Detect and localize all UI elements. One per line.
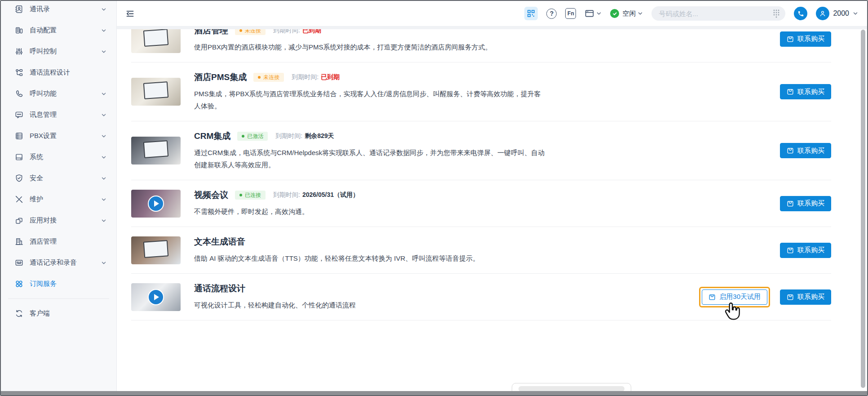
service-thumbnail xyxy=(131,78,181,106)
window-icon xyxy=(585,9,594,18)
thumbnail-laptop xyxy=(143,81,168,99)
sidebar-item-messaging[interactable]: 讯息管理 xyxy=(1,104,116,125)
subscription-grid-icon xyxy=(14,280,23,289)
search-input[interactable] xyxy=(659,10,773,18)
extension-label: 2000 xyxy=(833,9,849,18)
service-thumbnail xyxy=(131,29,181,53)
vertical-scrollbar[interactable] xyxy=(861,30,865,388)
system-icon xyxy=(14,153,23,162)
sidebar-item-label: 酒店管理 xyxy=(30,237,106,246)
window-bottom-edge xyxy=(1,391,867,395)
chevron-down-icon xyxy=(101,28,106,33)
service-thumbnail xyxy=(131,236,181,264)
service-description: 借助 AI 驱动的文本生成语音（TTS）功能，轻松将任意文本转换为 IVR、呼叫… xyxy=(194,252,545,264)
service-row-hotel-management: 酒店管理 未连接 到期时间:已到期 使用PBX内置的酒店模块功能，减少与PMS系… xyxy=(131,29,831,62)
sidebar-item-call-flow-design[interactable]: 通话流程设计 xyxy=(1,62,116,83)
service-row-text-to-speech: 文本生成语音 借助 AI 驱动的文本生成语音（TTS）功能，轻松将任意文本转换为… xyxy=(131,227,831,274)
service-thumbnail xyxy=(131,137,181,165)
chevron-down-icon xyxy=(101,176,106,181)
sidebar-item-client[interactable]: 客户端 xyxy=(1,303,116,324)
qr-code-icon[interactable] xyxy=(524,7,538,20)
user-menu[interactable]: 2000 xyxy=(816,7,858,20)
expiration-info: 到期时间:剩余829天 xyxy=(275,132,334,140)
status-badge: 已激活 xyxy=(237,132,268,141)
shopping-bag-icon xyxy=(787,36,794,43)
service-title: CRM集成 xyxy=(194,130,230,142)
play-icon[interactable] xyxy=(148,289,164,305)
sidebar-item-call-control[interactable]: 呼叫控制 xyxy=(1,41,116,62)
chevron-down-icon xyxy=(101,91,106,97)
app-integration-icon xyxy=(14,216,23,225)
chevron-down-icon xyxy=(101,112,106,118)
sidebar-item-label: 安全 xyxy=(30,174,101,182)
auto-provisioning-icon xyxy=(14,26,23,35)
chevron-down-icon xyxy=(101,218,106,223)
service-description: PMS集成，将PBX系统与酒店管理系统业务结合，实现客人入住/退房信息同步、叫醒… xyxy=(194,88,545,112)
service-row-call-flow-design: 通话流程设计 可视化设计工具，轻松构建自动化、个性化的通话流程 启用30天试用 xyxy=(131,274,831,320)
service-description: 通过CRM集成，电话系统与CRM/Helpdesk将实现联系人、通话记录数据同步… xyxy=(194,147,545,171)
service-video-thumbnail[interactable] xyxy=(131,190,181,218)
service-row-crm: CRM集成 已激活 到期时间:剩余829天 通过CRM集成，电话系统与CRM/H… xyxy=(131,121,831,180)
sidebar-item-pbx-settings[interactable]: PBX设置 xyxy=(1,125,116,147)
help-icon[interactable]: ? xyxy=(546,9,557,19)
sidebar-item-subscription-services[interactable]: 订阅服务 xyxy=(1,273,116,294)
dialpad-icon[interactable] xyxy=(773,9,780,18)
sidebar-item-maintenance[interactable]: 维护 xyxy=(1,189,116,210)
thumbnail-laptop xyxy=(143,140,168,158)
contact-purchase-button[interactable]: 联系购买 xyxy=(780,196,831,211)
contact-purchase-button[interactable]: 联系购买 xyxy=(780,84,831,99)
service-description: 可视化设计工具，轻松构建自动化、个性化的通话流程 xyxy=(194,299,545,311)
recording-icon xyxy=(14,258,23,267)
sidebar-item-contacts[interactable]: 通讯录 xyxy=(1,0,116,20)
shopping-bag-icon xyxy=(787,88,794,95)
call-flow-icon xyxy=(14,68,23,77)
chevron-down-icon xyxy=(101,7,106,12)
service-description: 不需额外硬件，即时发起，高效沟通。 xyxy=(194,205,545,218)
sidebar-item-label: 呼叫控制 xyxy=(30,47,101,56)
expiration-info: 到期时间:已到期 xyxy=(273,29,321,35)
contact-purchase-button[interactable]: 联系购买 xyxy=(780,289,831,305)
presence-available-icon xyxy=(610,9,619,18)
expiration-info: 到期时间:已到期 xyxy=(292,73,340,81)
shopping-bag-icon xyxy=(787,247,794,254)
sidebar-item-app-integration[interactable]: 应用对接 xyxy=(1,210,116,231)
building-icon xyxy=(14,237,23,246)
play-icon[interactable] xyxy=(148,196,164,212)
topbar-right-group: ? Fn 空闲 xyxy=(524,6,858,21)
sidebar-item-security[interactable]: 安全 xyxy=(1,168,116,189)
contact-purchase-button[interactable]: 联系购买 xyxy=(780,143,831,158)
shopping-bag-icon xyxy=(787,294,794,301)
status-badge: 未连接 xyxy=(235,29,266,35)
sidebar-item-label: 通讯录 xyxy=(30,5,101,13)
sidebar-item-label: 通话流程设计 xyxy=(30,68,106,77)
sidebar-item-system[interactable]: 系统 xyxy=(1,147,116,168)
contact-purchase-button[interactable]: 联系购买 xyxy=(780,31,831,47)
sidebar-item-label: 呼叫功能 xyxy=(30,89,101,98)
window-selector[interactable] xyxy=(585,9,602,18)
service-title: 酒店管理 xyxy=(194,29,228,36)
pbx-settings-icon xyxy=(14,132,23,141)
contact-purchase-button[interactable]: 联系购买 xyxy=(780,243,831,258)
collapse-sidebar-icon[interactable] xyxy=(125,9,135,18)
chevron-down-icon xyxy=(101,133,106,139)
enable-trial-button[interactable]: 启用30天试用 xyxy=(702,289,767,305)
sidebar-item-call-logs-recordings[interactable]: 通话记录和录音 xyxy=(1,252,116,273)
topbar: ? Fn 空闲 xyxy=(117,1,867,27)
sidebar-divider xyxy=(8,298,109,299)
service-video-thumbnail[interactable] xyxy=(131,283,181,311)
shopping-bag-icon xyxy=(787,200,794,207)
sidebar-item-hotel-management[interactable]: 酒店管理 xyxy=(1,231,116,252)
expiration-info: 到期时间:2026/05/31（试用） xyxy=(273,191,359,199)
chevron-down-icon xyxy=(596,11,602,16)
fn-key-icon[interactable]: Fn xyxy=(565,8,576,19)
chevron-down-icon xyxy=(101,260,106,266)
sidebar-item-label: 维护 xyxy=(30,195,101,204)
trial-button-highlight: 启用30天试用 xyxy=(699,287,770,307)
sidebar-item-label: 自动配置 xyxy=(30,26,101,35)
tools-icon xyxy=(14,195,23,204)
messaging-icon xyxy=(14,111,23,120)
call-button[interactable] xyxy=(794,7,807,20)
presence-selector[interactable]: 空闲 xyxy=(610,9,643,18)
sidebar-item-auto-provisioning[interactable]: 自动配置 xyxy=(1,20,116,41)
sidebar-item-call-features[interactable]: 呼叫功能 xyxy=(1,83,116,104)
